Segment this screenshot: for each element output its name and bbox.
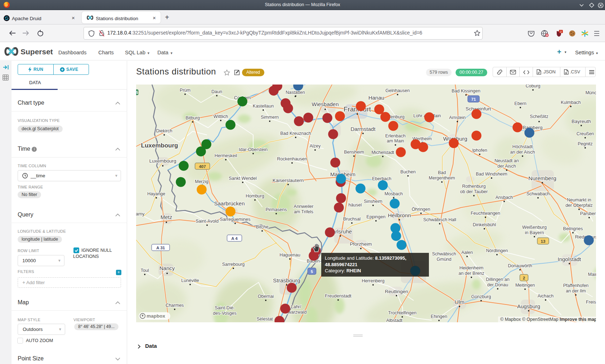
- svg-text:Aalen: Aalen: [461, 250, 473, 255]
- svg-text:am Trifels: am Trifels: [294, 209, 313, 214]
- svg-text:407: 407: [199, 164, 206, 169]
- svg-text:in Bayern: in Bayern: [525, 230, 544, 235]
- svg-text:Kaiserslautern: Kaiserslautern: [273, 178, 304, 183]
- svg-text:Lunéville: Lunéville: [181, 278, 199, 283]
- svg-text:Augsburg: Augsburg: [517, 303, 540, 309]
- svg-text:ob der Tauber: ob der Tauber: [460, 189, 488, 194]
- svg-text:Mergentheim: Mergentheim: [429, 176, 455, 181]
- svg-text:Ingolstadt: Ingolstadt: [557, 256, 581, 262]
- svg-text:Dillingen an: Dillingen an: [486, 277, 509, 282]
- svg-text:Nuremberg: Nuremberg: [528, 175, 556, 181]
- svg-text:Bad Kreuznach: Bad Kreuznach: [280, 131, 311, 136]
- svg-text:© Mapbox © OpenStreetMap Impro: © Mapbox © OpenStreetMap Improve this ma…: [500, 317, 596, 322]
- svg-text:häusel: häusel: [349, 203, 362, 208]
- svg-text:Schwäbisch: Schwäbisch: [432, 251, 456, 256]
- svg-text:an der Ilm: an der Ilm: [566, 288, 586, 294]
- svg-text:Gmünd: Gmünd: [437, 257, 452, 262]
- svg-text:Bitburg: Bitburg: [185, 115, 200, 120]
- svg-text:Hanau: Hanau: [368, 95, 384, 101]
- svg-text:Rockenhausen: Rockenhausen: [277, 156, 307, 161]
- svg-text:Bitche: Bitche: [256, 224, 269, 229]
- svg-text:Schwabach: Schwabach: [526, 191, 550, 196]
- svg-text:Bad: Bad: [438, 170, 446, 175]
- svg-text:Metz: Metz: [161, 214, 172, 220]
- svg-text:5: 5: [136, 90, 138, 95]
- svg-text:2: 2: [560, 30, 562, 33]
- svg-text:Bayreuth: Bayreuth: [572, 119, 591, 124]
- svg-text:Coburg: Coburg: [526, 85, 541, 88]
- svg-text:Saarbrücken: Saarbrücken: [214, 200, 245, 206]
- svg-text:Buchen: Buchen: [400, 169, 416, 174]
- svg-text:Simmern: Simmern: [261, 115, 279, 120]
- svg-text:Beilngries: Beilngries: [563, 226, 583, 231]
- svg-text:am Main: am Main: [387, 138, 404, 144]
- svg-text:Homburg: Homburg: [246, 194, 264, 199]
- svg-text:Erlenbach: Erlenbach: [385, 133, 405, 138]
- svg-text:Freudenstadt: Freudenstadt: [325, 294, 351, 299]
- svg-text:Feuchtwangen: Feuchtwangen: [471, 211, 500, 216]
- svg-text:Eppingen: Eppingen: [367, 214, 386, 219]
- svg-text:Pfaffenhofen: Pfaffenhofen: [563, 283, 589, 288]
- svg-text:Neumarkt in: Neumarkt in: [567, 197, 591, 203]
- svg-text:Hermeskeil: Hermeskeil: [215, 153, 237, 158]
- svg-text:Mosbach: Mosbach: [385, 191, 403, 196]
- svg-text:Kastellaun: Kastellaun: [253, 104, 274, 109]
- svg-text:Parsberg: Parsberg: [580, 211, 596, 216]
- svg-text:A 31: A 31: [156, 246, 165, 250]
- svg-text:Sankt Wendel: Sankt Wendel: [229, 176, 257, 181]
- svg-text:der Donau: der Donau: [487, 282, 508, 287]
- svg-text:Bad Kissingen: Bad Kissingen: [452, 88, 480, 94]
- svg-text:Michelstadt: Michelstadt: [371, 150, 394, 155]
- svg-text:des-Vosges: des-Vosges: [213, 311, 236, 316]
- svg-text:Nancy: Nancy: [160, 265, 175, 271]
- svg-text:Wittlich: Wittlich: [214, 114, 228, 119]
- svg-text:Schwäbisch Hall: Schwäbisch Hall: [423, 217, 456, 222]
- svg-text:Weißenburg: Weißenburg: [522, 225, 547, 230]
- svg-text:Toul: Toul: [141, 268, 149, 273]
- svg-text:Jarny: Jarny: [136, 211, 145, 217]
- svg-text:Kulmbach: Kulmbach: [561, 100, 581, 105]
- svg-text:2: 2: [523, 276, 525, 280]
- svg-text:an der Aisch: an der Aisch: [510, 150, 535, 155]
- svg-text:Idar-Oberstein: Idar-Oberstein: [239, 147, 268, 152]
- svg-text:Sarreguemines: Sarreguemines: [220, 217, 251, 222]
- svg-text:Lahr/: Lahr/: [291, 304, 301, 309]
- svg-text:Saint-Dié-: Saint-Dié-: [215, 305, 235, 310]
- svg-text:Sarrebourg: Sarrebourg: [222, 262, 245, 267]
- svg-text:Höchstadt: Höchstadt: [512, 144, 533, 149]
- svg-text:Neustadt an: Neustadt an: [494, 158, 519, 163]
- svg-text:Heilbronn: Heilbronn: [388, 212, 411, 218]
- svg-text:Iphofen: Iphofen: [472, 148, 487, 153]
- svg-text:mapbox: mapbox: [147, 313, 165, 319]
- svg-text:Gelnhausen: Gelnhausen: [385, 88, 409, 93]
- svg-text:Herrenberg: Herrenberg: [362, 278, 384, 283]
- svg-text:Sélestat: Sélestat: [256, 317, 273, 322]
- svg-text:Luxembourg: Luxembourg: [149, 158, 176, 164]
- svg-text:A 4: A 4: [231, 236, 238, 241]
- svg-text:Günzburg: Günzburg: [471, 294, 491, 299]
- svg-text:Pforzheim: Pforzheim: [350, 241, 372, 247]
- svg-text:Öhringen: Öhringen: [412, 207, 430, 212]
- svg-text:Freis: Freis: [586, 300, 596, 305]
- svg-text:Donauwörth: Donauwörth: [508, 263, 532, 268]
- svg-text:Sinsheim: Sinsheim: [364, 199, 382, 204]
- svg-text:Ehingen: Ehingen: [431, 314, 447, 319]
- svg-text:Bruchsal: Bruchsal: [343, 217, 361, 222]
- svg-text:5: 5: [311, 269, 313, 274]
- svg-text:Wiesbaden: Wiesbaden: [312, 101, 339, 107]
- svg-text:Diekirch: Diekirch: [156, 128, 172, 133]
- svg-text:Dinkelsbühl: Dinkelsbühl: [473, 222, 496, 227]
- svg-text:Albstadt: Albstadt: [386, 318, 403, 322]
- svg-text:Merzig: Merzig: [195, 179, 209, 184]
- svg-text:Ansbach: Ansbach: [496, 195, 513, 200]
- svg-text:Luxembourg: Luxembourg: [141, 142, 178, 149]
- svg-text:Rothenburg: Rothenburg: [462, 184, 485, 189]
- svg-text:Darmstadt: Darmstadt: [350, 126, 376, 132]
- svg-text:Alzey: Alzey: [310, 144, 321, 149]
- svg-text:Nördlingen: Nördlingen: [486, 248, 508, 253]
- svg-text:Heidenheim: Heidenheim: [460, 265, 484, 270]
- svg-text:Pirmasens: Pirmasens: [265, 207, 287, 212]
- svg-text:Haguenau: Haguenau: [279, 252, 300, 258]
- svg-text:Bensheim: Bensheim: [344, 150, 364, 155]
- svg-text:Pegnitz: Pegnitz: [578, 141, 593, 146]
